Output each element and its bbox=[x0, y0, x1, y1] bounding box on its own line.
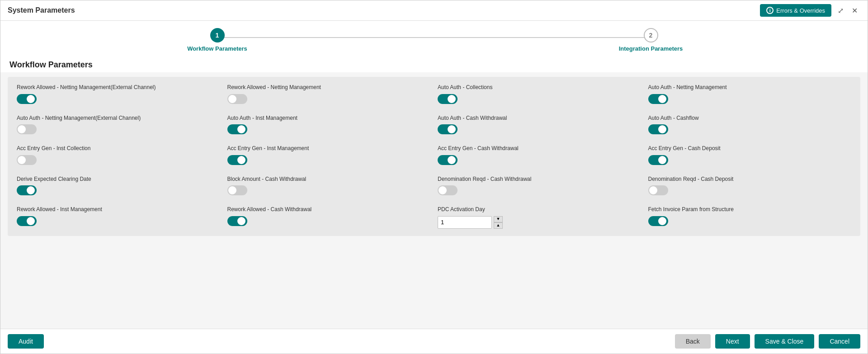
param-label-auto-auth-cash-withdrawal: Auto Auth - Cash Withdrawal bbox=[438, 115, 641, 122]
toggle-rework-netting[interactable] bbox=[227, 94, 247, 104]
toggle-wrap-rework-allowed-inst-mgmt bbox=[17, 216, 220, 226]
param-item-acc-entry-gen-inst-collection: Acc Entry Gen - Inst Collection bbox=[17, 145, 220, 165]
toggle-wrap-derive-expected-clearing bbox=[17, 185, 220, 195]
close-button[interactable]: ✕ bbox=[849, 5, 860, 16]
toggle-wrap-rework-netting bbox=[227, 94, 431, 104]
toggle-slider-auto-auth-netting bbox=[648, 94, 668, 104]
toggle-slider-auto-auth-netting-ext bbox=[17, 124, 37, 134]
param-item-auto-auth-netting: Auto Auth - Netting Management bbox=[648, 84, 852, 104]
step-1-label[interactable]: Workflow Parameters bbox=[187, 45, 247, 52]
audit-button[interactable]: Audit bbox=[8, 334, 44, 349]
toggle-auto-auth-cashflow[interactable] bbox=[648, 124, 668, 134]
toggle-acc-entry-gen-inst-mgmt[interactable] bbox=[227, 155, 247, 165]
toggle-knob-auto-auth-collections bbox=[448, 95, 456, 103]
param-item-acc-entry-gen-cash-withdrawal: Acc Entry Gen - Cash Withdrawal bbox=[438, 145, 641, 165]
toggle-auto-auth-netting-ext[interactable] bbox=[17, 124, 37, 134]
toggle-knob-denomination-reqd-cash-withdrawal bbox=[439, 186, 447, 194]
param-item-auto-auth-netting-ext: Auto Auth - Netting Management(External … bbox=[17, 115, 220, 135]
toggle-auto-auth-collections[interactable] bbox=[438, 94, 458, 104]
param-item-rework-allowed-cash-withdrawal: Rework Allowed - Cash Withdrawal bbox=[227, 206, 431, 229]
params-grid: Rework Allowed - Netting Management(Exte… bbox=[8, 77, 860, 236]
step-2-label[interactable]: Integration Parameters bbox=[619, 45, 683, 52]
param-item-acc-entry-gen-cash-deposit: Acc Entry Gen - Cash Deposit bbox=[648, 145, 852, 165]
toggle-slider-auto-auth-cash-withdrawal bbox=[438, 124, 458, 134]
toggle-wrap-rework-netting-ext bbox=[17, 94, 220, 104]
content-area: Rework Allowed - Netting Management(Exte… bbox=[0, 72, 868, 329]
spinner-btns-pdc-activation-day: ▼▲ bbox=[494, 216, 503, 229]
param-item-pdc-activation-day: PDC Activation Day▼▲ bbox=[438, 206, 641, 229]
footer-right: Back Next Save & Close Cancel bbox=[675, 334, 860, 349]
toggle-denomination-reqd-cash-withdrawal[interactable] bbox=[438, 185, 458, 195]
toggle-slider-rework-allowed-inst-mgmt bbox=[17, 216, 37, 226]
toggle-rework-netting-ext[interactable] bbox=[17, 94, 37, 104]
toggle-knob-rework-netting bbox=[228, 95, 236, 103]
param-item-derive-expected-clearing: Derive Expected Clearing Date bbox=[17, 176, 220, 196]
toggle-slider-acc-entry-gen-cash-deposit bbox=[648, 155, 668, 165]
spinner-input-pdc-activation-day[interactable] bbox=[438, 216, 492, 229]
expand-button[interactable]: ⤢ bbox=[835, 5, 846, 16]
cancel-button[interactable]: Cancel bbox=[819, 334, 860, 349]
toggle-block-amount-cash-withdrawal[interactable] bbox=[227, 185, 247, 195]
toggle-denomination-reqd-cash-deposit[interactable] bbox=[648, 185, 668, 195]
step-2-circle[interactable]: 2 bbox=[644, 28, 658, 42]
toggle-slider-auto-auth-cashflow bbox=[648, 124, 668, 134]
next-button[interactable]: Next bbox=[715, 334, 750, 349]
back-button[interactable]: Back bbox=[675, 334, 711, 349]
param-item-auto-auth-cash-withdrawal: Auto Auth - Cash Withdrawal bbox=[438, 115, 641, 135]
param-item-fetch-invoice-param: Fetch Invoice Param from Structure bbox=[648, 206, 852, 229]
toggle-fetch-invoice-param[interactable] bbox=[648, 216, 668, 226]
param-label-rework-allowed-inst-mgmt: Rework Allowed - Inst Management bbox=[17, 206, 220, 213]
toggle-knob-auto-auth-netting bbox=[658, 95, 666, 103]
param-item-denomination-reqd-cash-withdrawal: Denomination Reqd - Cash Withdrawal bbox=[438, 176, 641, 196]
info-icon: i bbox=[766, 7, 774, 14]
footer: Audit Back Next Save & Close Cancel bbox=[0, 329, 868, 354]
modal-header: System Parameters i Errors & Overrides ⤢… bbox=[0, 0, 868, 21]
toggle-wrap-auto-auth-inst-mgmt bbox=[227, 124, 431, 134]
toggle-acc-entry-gen-cash-withdrawal[interactable] bbox=[438, 155, 458, 165]
toggle-wrap-fetch-invoice-param bbox=[648, 216, 852, 226]
toggle-slider-rework-allowed-cash-withdrawal bbox=[227, 216, 247, 226]
toggle-slider-rework-netting-ext bbox=[17, 94, 37, 104]
param-item-auto-auth-inst-mgmt: Auto Auth - Inst Management bbox=[227, 115, 431, 135]
toggle-wrap-acc-entry-gen-inst-mgmt bbox=[227, 155, 431, 165]
toggle-knob-fetch-invoice-param bbox=[658, 217, 666, 225]
toggle-acc-entry-gen-cash-deposit[interactable] bbox=[648, 155, 668, 165]
toggle-knob-rework-allowed-inst-mgmt bbox=[27, 217, 35, 225]
section-title: Workflow Parameters bbox=[0, 56, 868, 72]
toggle-wrap-denomination-reqd-cash-deposit bbox=[648, 185, 852, 195]
toggle-wrap-acc-entry-gen-inst-collection bbox=[17, 155, 220, 165]
spinner-up-pdc-activation-day[interactable]: ▲ bbox=[494, 222, 503, 229]
param-label-rework-netting: Rework Allowed - Netting Management bbox=[227, 84, 431, 91]
window-controls: ⤢ ✕ bbox=[835, 5, 860, 16]
step-1-circle[interactable]: 1 bbox=[210, 28, 225, 42]
footer-left: Audit bbox=[8, 334, 44, 349]
toggle-slider-acc-entry-gen-inst-collection bbox=[17, 155, 37, 165]
toggle-rework-allowed-inst-mgmt[interactable] bbox=[17, 216, 37, 226]
toggle-derive-expected-clearing[interactable] bbox=[17, 185, 37, 195]
toggle-acc-entry-gen-inst-collection[interactable] bbox=[17, 155, 37, 165]
toggle-knob-acc-entry-gen-inst-collection bbox=[18, 156, 26, 164]
param-item-rework-allowed-inst-mgmt: Rework Allowed - Inst Management bbox=[17, 206, 220, 229]
toggle-knob-rework-allowed-cash-withdrawal bbox=[237, 217, 245, 225]
toggle-wrap-block-amount-cash-withdrawal bbox=[227, 185, 431, 195]
toggle-auto-auth-netting[interactable] bbox=[648, 94, 668, 104]
toggle-auto-auth-cash-withdrawal[interactable] bbox=[438, 124, 458, 134]
toggle-rework-allowed-cash-withdrawal[interactable] bbox=[227, 216, 247, 226]
toggle-wrap-auto-auth-netting-ext bbox=[17, 124, 220, 134]
toggle-slider-rework-netting bbox=[227, 94, 247, 104]
param-label-rework-allowed-cash-withdrawal: Rework Allowed - Cash Withdrawal bbox=[227, 206, 431, 213]
toggle-knob-auto-auth-netting-ext bbox=[18, 125, 26, 133]
param-label-acc-entry-gen-inst-collection: Acc Entry Gen - Inst Collection bbox=[17, 145, 220, 152]
param-item-denomination-reqd-cash-deposit: Denomination Reqd - Cash Deposit bbox=[648, 176, 852, 196]
errors-overrides-button[interactable]: i Errors & Overrides bbox=[760, 4, 831, 17]
save-close-button[interactable]: Save & Close bbox=[755, 334, 815, 349]
toggle-slider-denomination-reqd-cash-withdrawal bbox=[438, 185, 458, 195]
param-label-acc-entry-gen-cash-deposit: Acc Entry Gen - Cash Deposit bbox=[648, 145, 852, 152]
spinner-down-pdc-activation-day[interactable]: ▼ bbox=[494, 216, 503, 222]
param-label-derive-expected-clearing: Derive Expected Clearing Date bbox=[17, 176, 220, 183]
param-label-auto-auth-netting-ext: Auto Auth - Netting Management(External … bbox=[17, 115, 220, 122]
toggle-auto-auth-inst-mgmt[interactable] bbox=[227, 124, 247, 134]
toggle-slider-auto-auth-collections bbox=[438, 94, 458, 104]
toggle-wrap-auto-auth-cash-withdrawal bbox=[438, 124, 641, 134]
param-label-denomination-reqd-cash-withdrawal: Denomination Reqd - Cash Withdrawal bbox=[438, 176, 641, 183]
